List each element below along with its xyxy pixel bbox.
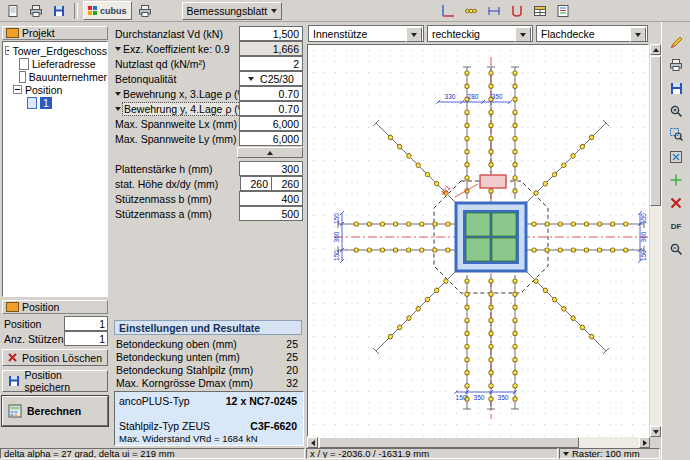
dim-label-top: 280: [468, 93, 479, 100]
scroll-right-button[interactable]: [639, 437, 650, 448]
product-result-box: ancoPLUS-Typ 12 x NC7-0245 Stahlpilz-Typ…: [114, 391, 304, 446]
span-ly-input[interactable]: [239, 131, 303, 146]
column-shape-combo[interactable]: rechteckig: [427, 25, 533, 42]
folder-icon: [6, 28, 19, 38]
dim-label-right: 150: [640, 213, 647, 224]
print-icon[interactable]: [665, 55, 688, 75]
reinforcement-x-input[interactable]: [239, 86, 303, 101]
result-value: 25: [286, 351, 298, 363]
tree-item-label[interactable]: Lieferadresse: [32, 58, 96, 70]
support-type-combo[interactable]: Innenstütze: [308, 25, 424, 42]
print-preview-icon[interactable]: [26, 1, 46, 20]
static-height-dy-input[interactable]: [271, 176, 303, 191]
new-document-icon[interactable]: [3, 1, 23, 20]
vscroll-thumb[interactable]: [650, 56, 661, 206]
zoom-window-icon[interactable]: [665, 124, 688, 144]
dimension-icon[interactable]: [484, 1, 504, 20]
chevron-up-icon: [267, 151, 273, 155]
table-icon[interactable]: [530, 1, 550, 20]
scroll-down-button[interactable]: [650, 426, 661, 437]
vertical-scrollbar[interactable]: [650, 44, 661, 437]
project-tree: Tower_Erdgeschoss Lieferadresse Bauunter…: [2, 41, 108, 297]
collapse-button[interactable]: [237, 147, 303, 158]
save-icon[interactable]: [665, 78, 688, 98]
df-layers-toggle[interactable]: DF: [665, 216, 688, 236]
main-canvas[interactable]: 421 330 280 350 150 360 150 150 360 150 …: [307, 44, 649, 437]
tree-item-position[interactable]: Position: [5, 83, 107, 96]
slab-type-combo[interactable]: Flachdecke: [536, 25, 648, 42]
expander-icon[interactable]: [115, 92, 121, 96]
static-height-dx-input[interactable]: [240, 176, 272, 191]
dim-label-top: 350: [492, 93, 503, 100]
delete-icon[interactable]: [665, 193, 688, 213]
status-raster[interactable]: Raster: 100 mm: [559, 448, 660, 459]
columns-count-input[interactable]: [64, 331, 108, 346]
result-label: Betondeckung oben (mm): [116, 338, 237, 350]
dropdown-button[interactable]: [515, 27, 531, 42]
cubus-logo-button[interactable]: cubus: [83, 1, 132, 20]
print-icon[interactable]: [135, 1, 155, 20]
chevron-down-icon: [520, 33, 526, 37]
result-label: Max. Korngrösse Dmax (mm): [116, 377, 253, 389]
axes-icon[interactable]: [438, 1, 458, 20]
expander-icon[interactable]: [115, 107, 121, 111]
dropdown-button[interactable]: [406, 27, 422, 42]
save-icon[interactable]: [49, 1, 69, 20]
tree-item-root[interactable]: Tower_Erdgeschoss: [5, 44, 107, 57]
dim-label-left: 150: [333, 250, 340, 261]
scroll-right-icon: [643, 440, 647, 446]
position-panel-header[interactable]: Position: [2, 300, 108, 314]
position-input[interactable]: [64, 316, 108, 331]
column-size-a-input[interactable]: [239, 206, 303, 221]
project-panel-header[interactable]: Projekt: [2, 26, 108, 40]
save-position-button[interactable]: Position speichern: [2, 370, 108, 392]
tree-expander-icon[interactable]: [5, 46, 9, 55]
tree-item-position-child[interactable]: 1: [5, 96, 107, 109]
punching-load-input[interactable]: [239, 26, 303, 41]
tree-item[interactable]: Bauunternehmer: [5, 70, 107, 83]
concrete-grade-combo[interactable]: C25/30: [239, 71, 303, 86]
document-icon: [19, 71, 26, 83]
reinforcement-icon[interactable]: [507, 1, 527, 20]
scroll-left-button[interactable]: [307, 437, 318, 448]
status-bar: delta alpha = 27 grad, delta ui = 219 mm…: [0, 448, 661, 460]
result-value: 20: [286, 364, 298, 376]
save-position-label: Position speichern: [25, 369, 107, 393]
stud-rail-icon[interactable]: [461, 1, 481, 20]
scroll-up-icon: [653, 48, 659, 52]
horizontal-scrollbar[interactable]: [307, 437, 650, 448]
dim-label-right: 360: [640, 231, 647, 242]
slab-thickness-input[interactable]: [239, 161, 303, 176]
dim-label-right: 150: [640, 250, 647, 261]
live-load-input[interactable]: [239, 56, 303, 71]
tree-item-label[interactable]: Position: [25, 84, 62, 96]
dim-label-left: 360: [333, 231, 340, 242]
sheet-selector-dropdown[interactable]: Bemessungsblatt: [182, 2, 283, 20]
tree-expander-icon[interactable]: [13, 85, 22, 94]
hscroll-thumb[interactable]: [319, 437, 579, 448]
column-size-b-input[interactable]: [239, 191, 303, 206]
field-label: Betonqualität: [115, 73, 176, 85]
zoom-out-icon[interactable]: [665, 239, 688, 259]
zoom-in-icon[interactable]: [665, 101, 688, 121]
dim-label-left: 150: [333, 213, 340, 224]
folder-icon: [6, 302, 19, 312]
edit-pencil-icon[interactable]: [665, 32, 688, 52]
tree-item-label[interactable]: Bauunternehmer: [29, 71, 107, 83]
calculate-button[interactable]: Berechnen: [2, 396, 108, 426]
tree-root-label[interactable]: Tower_Erdgeschoss: [12, 45, 107, 57]
delete-position-label: Position Löschen: [22, 352, 102, 364]
scroll-up-button[interactable]: [650, 44, 661, 55]
legend-icon[interactable]: [553, 1, 573, 20]
zoom-extents-icon[interactable]: [665, 147, 688, 167]
tree-item[interactable]: Lieferadresse: [5, 57, 107, 70]
dropdown-button[interactable]: [630, 27, 646, 42]
delete-position-button[interactable]: Position Löschen: [2, 349, 108, 366]
result-row: Max. Korngrösse Dmax (mm)32: [114, 377, 304, 390]
expander-icon[interactable]: [115, 47, 121, 51]
reinforcement-y-input[interactable]: [239, 101, 303, 116]
pan-icon[interactable]: [665, 170, 688, 190]
field-label: Bewehrung y, 4.Lage ρ (%): [115, 103, 252, 115]
tree-selected-item[interactable]: 1: [40, 97, 52, 109]
span-lx-input[interactable]: [239, 116, 303, 131]
